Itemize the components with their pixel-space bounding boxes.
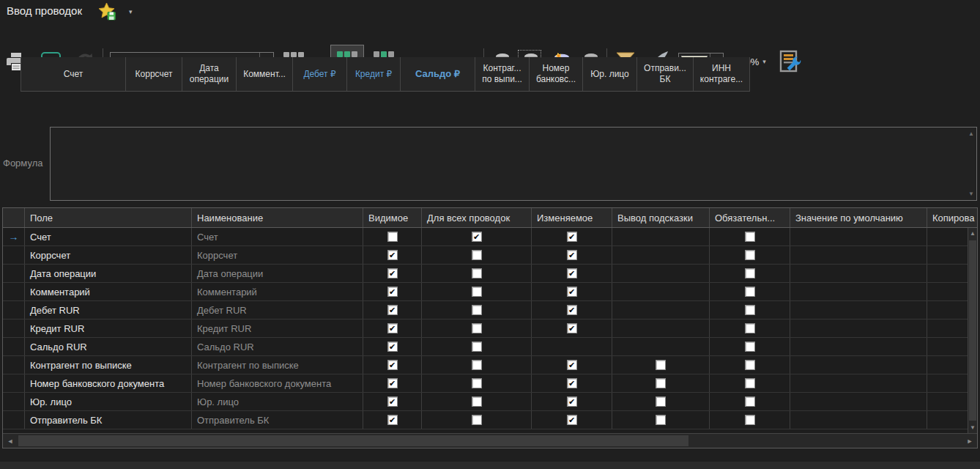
field-cell[interactable]: Номер банковского документа bbox=[25, 374, 192, 392]
checkbox-for-all[interactable] bbox=[472, 323, 482, 333]
checkbox-editable[interactable]: ✔ bbox=[567, 287, 577, 297]
formula-scroll-up-icon[interactable]: ▲ bbox=[968, 130, 974, 137]
column-header[interactable]: Для всех проводок bbox=[422, 208, 532, 227]
checkbox-editable[interactable]: ✔ bbox=[567, 360, 577, 370]
checkbox-editable[interactable]: ✔ bbox=[567, 378, 577, 388]
checkbox-visible[interactable]: ✔ bbox=[387, 323, 398, 333]
scroll-up-icon[interactable]: ▲ bbox=[968, 230, 977, 237]
field-cell[interactable]: Юр. лицо bbox=[25, 393, 192, 410]
column-header[interactable]: Наименование bbox=[192, 208, 363, 227]
checkbox-visible[interactable] bbox=[387, 232, 398, 242]
table-row[interactable]: Кредит RURКредит RUR✔✔ bbox=[3, 320, 978, 338]
column-header[interactable]: Изменяемое bbox=[532, 208, 612, 227]
name-cell[interactable]: Комментарий bbox=[192, 283, 363, 300]
field-cell[interactable]: Отправитель БК bbox=[25, 411, 192, 429]
scroll-left-icon[interactable]: ◄ bbox=[3, 434, 18, 448]
field-cell[interactable]: Кредит RUR bbox=[25, 320, 192, 337]
checkbox-for-all[interactable] bbox=[472, 268, 482, 278]
table-row[interactable]: Дата операцииДата операции✔✔ bbox=[3, 265, 978, 283]
default-value-cell[interactable] bbox=[790, 246, 927, 264]
checkbox-required[interactable] bbox=[745, 378, 755, 388]
name-cell[interactable]: Сальдо RUR bbox=[192, 338, 363, 355]
checkbox-visible[interactable]: ✔ bbox=[387, 268, 398, 278]
column-header[interactable]: Поле bbox=[25, 208, 192, 227]
checkbox-visible[interactable]: ✔ bbox=[387, 360, 398, 370]
column-tab[interactable]: Сальдо ₽ bbox=[401, 57, 475, 91]
column-tab[interactable]: Юр. лицо bbox=[583, 57, 637, 91]
column-tab[interactable]: Контраг... по выпи... bbox=[475, 57, 530, 91]
checkbox-required[interactable] bbox=[745, 341, 755, 352]
checkbox-for-all[interactable] bbox=[472, 305, 482, 315]
checkbox-required[interactable] bbox=[745, 396, 755, 407]
name-cell[interactable]: Юр. лицо bbox=[192, 393, 363, 410]
formula-scroll-down-icon[interactable]: ▼ bbox=[968, 191, 974, 197]
horizontal-scroll-thumb[interactable] bbox=[18, 435, 688, 446]
checkbox-editable[interactable]: ✔ bbox=[567, 415, 577, 425]
default-value-cell[interactable] bbox=[790, 356, 927, 374]
column-tab[interactable]: Дебет ₽ bbox=[293, 57, 347, 91]
table-row[interactable]: КомментарийКомментарий✔✔ bbox=[3, 283, 978, 301]
name-cell[interactable]: Контрагент по выписке bbox=[192, 356, 363, 374]
checkbox-editable[interactable]: ✔ bbox=[567, 396, 577, 407]
default-value-cell[interactable] bbox=[790, 265, 927, 282]
column-tab[interactable]: Коммент... bbox=[237, 57, 293, 91]
default-value-cell[interactable] bbox=[790, 301, 927, 319]
table-row[interactable]: Контрагент по выпискеКонтрагент по выпис… bbox=[3, 356, 978, 374]
checkbox-required[interactable] bbox=[745, 305, 755, 315]
checkbox-for-all[interactable] bbox=[472, 287, 482, 297]
default-value-cell[interactable] bbox=[790, 374, 927, 392]
name-cell[interactable]: Счет bbox=[192, 228, 363, 245]
checkbox-for-all[interactable] bbox=[472, 250, 482, 260]
table-row[interactable]: →СчетСчет✔✔ bbox=[3, 228, 978, 246]
checkbox-for-all[interactable] bbox=[472, 415, 482, 425]
field-cell[interactable]: Коррсчет bbox=[25, 246, 192, 264]
checkbox-visible[interactable]: ✔ bbox=[387, 396, 398, 407]
checkbox-hint[interactable] bbox=[656, 396, 666, 407]
field-cell[interactable]: Счет bbox=[25, 228, 192, 245]
table-row[interactable]: Дебет RURДебет RUR✔✔ bbox=[3, 301, 978, 320]
checkbox-required[interactable] bbox=[745, 250, 755, 260]
favorite-star-icon[interactable] bbox=[97, 2, 117, 23]
scroll-down-icon[interactable]: ▼ bbox=[968, 424, 977, 431]
name-cell[interactable]: Дата операции bbox=[192, 265, 363, 282]
table-row[interactable]: Номер банковского документаНомер банковс… bbox=[3, 374, 978, 393]
checkbox-for-all[interactable] bbox=[472, 396, 482, 407]
column-tab[interactable]: Дата операции bbox=[182, 57, 237, 91]
field-cell[interactable]: Дебет RUR bbox=[25, 301, 192, 319]
table-row[interactable]: Юр. лицоЮр. лицо✔✔ bbox=[3, 393, 978, 411]
column-header[interactable]: Обязательн... bbox=[710, 208, 790, 227]
table-row[interactable]: КоррсчетКоррсчет✔✔ bbox=[3, 246, 978, 265]
column-header[interactable]: Вывод подсказки bbox=[612, 208, 710, 227]
column-tab[interactable]: ИНН контраге... bbox=[694, 57, 750, 91]
checkbox-editable[interactable]: ✔ bbox=[567, 305, 577, 315]
column-tab[interactable]: Счет bbox=[21, 57, 126, 91]
checkbox-visible[interactable]: ✔ bbox=[387, 305, 398, 315]
column-tab[interactable]: Коррсчет bbox=[126, 57, 182, 91]
checkbox-for-all[interactable] bbox=[472, 341, 482, 352]
checkbox-required[interactable] bbox=[745, 232, 755, 242]
name-cell[interactable]: Отправитель БК bbox=[192, 411, 363, 429]
checkbox-editable[interactable]: ✔ bbox=[567, 323, 577, 333]
default-value-cell[interactable] bbox=[790, 283, 927, 300]
checkbox-visible[interactable]: ✔ bbox=[387, 250, 398, 260]
checkbox-required[interactable] bbox=[745, 360, 755, 370]
column-header[interactable]: Значение по умолчанию bbox=[790, 208, 927, 227]
checkbox-for-all[interactable] bbox=[472, 378, 482, 388]
checkbox-hint[interactable] bbox=[656, 415, 666, 425]
checkbox-editable[interactable]: ✔ bbox=[567, 232, 577, 242]
favorite-dropdown-caret[interactable]: ▾ bbox=[129, 8, 133, 15]
name-cell[interactable]: Коррсчет bbox=[192, 246, 363, 264]
horizontal-scrollbar[interactable]: ◄ ► bbox=[3, 433, 977, 448]
column-tab[interactable]: Кредит ₽ bbox=[347, 57, 401, 91]
checkbox-required[interactable] bbox=[745, 323, 755, 333]
field-cell[interactable]: Контрагент по выписке bbox=[25, 356, 192, 374]
name-cell[interactable]: Номер банковского документа bbox=[192, 374, 363, 392]
default-value-cell[interactable] bbox=[790, 411, 927, 429]
name-cell[interactable]: Кредит RUR bbox=[192, 320, 363, 337]
default-value-cell[interactable] bbox=[790, 393, 927, 410]
checkbox-hint[interactable] bbox=[656, 360, 666, 370]
checkbox-visible[interactable]: ✔ bbox=[387, 415, 398, 425]
default-value-cell[interactable] bbox=[790, 338, 927, 355]
scroll-right-icon[interactable]: ► bbox=[962, 434, 977, 448]
checkbox-required[interactable] bbox=[745, 268, 755, 278]
